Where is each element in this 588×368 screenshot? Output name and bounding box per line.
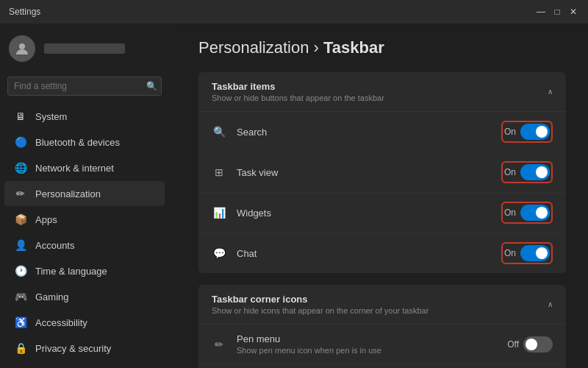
section-subtitle-taskbar-items: Show or hide buttons that appear on the … <box>212 93 384 102</box>
nav-label-accounts: Accounts <box>35 240 74 251</box>
search-box[interactable]: 🔍 <box>7 77 162 96</box>
setting-label-search: Search <box>237 127 501 138</box>
toggle-state-widgets: On <box>504 208 516 218</box>
setting-row-search: 🔍 Search On <box>198 112 566 152</box>
minimize-button[interactable]: — <box>535 6 547 18</box>
nav-label-accessibility: Accessibility <box>35 317 87 328</box>
section-title-taskbar-corner-icons: Taskbar corner icons <box>212 294 429 305</box>
breadcrumb-child: Taskbar <box>323 38 384 57</box>
nav-label-network: Network & internet <box>35 163 114 174</box>
sidebar-item-personalization[interactable]: ✏ Personalization <box>4 181 165 206</box>
toggle-wrap-chat: On <box>501 242 553 264</box>
user-name-bar <box>44 43 125 54</box>
maximize-button[interactable]: □ <box>551 6 563 18</box>
setting-row-touch-keyboard: ⌨ Touch keyboard Always show touch keybo… <box>198 364 566 368</box>
nav-label-gaming: Gaming <box>35 291 69 302</box>
nav-icon-privacy: 🔒 <box>15 342 26 354</box>
setting-icon-chat: 💬 <box>212 246 226 261</box>
setting-label-pen-menu: Pen menu Show pen menu icon when pen is … <box>237 333 507 355</box>
search-input[interactable] <box>7 77 162 96</box>
toggle-chat[interactable] <box>520 245 550 261</box>
nav-icon-system: 🖥 <box>15 110 26 122</box>
setting-icon-pen-menu: ✏ <box>212 337 226 352</box>
sidebar-item-update[interactable]: 🔄 Windows Update <box>4 361 165 368</box>
sidebar-item-privacy[interactable]: 🔒 Privacy & security <box>4 336 165 361</box>
toggle-pen-menu[interactable] <box>523 336 553 353</box>
avatar <box>9 35 35 62</box>
nav-icon-time: 🕐 <box>15 265 26 277</box>
toggle-wrap-search: On <box>501 121 553 143</box>
sidebar-item-bluetooth[interactable]: 🔵 Bluetooth & devices <box>4 130 165 155</box>
breadcrumb-separator: › <box>309 38 323 57</box>
toggle-wrap-widgets: On <box>501 202 553 224</box>
section-taskbar-items: Taskbar items Show or hide buttons that … <box>198 72 566 273</box>
titlebar-controls: — □ ✕ <box>535 6 579 18</box>
toggle-wrap-pen-menu: Off <box>507 336 553 353</box>
titlebar: Settings — □ ✕ <box>0 0 588 24</box>
section-title-taskbar-items: Taskbar items <box>212 81 384 92</box>
nav-icon-accessibility: ♿ <box>15 316 26 328</box>
sidebar: 🔍 🖥 System 🔵 Bluetooth & devices 🌐 Netwo… <box>0 24 169 368</box>
setting-label-task-view: Task view <box>237 167 501 178</box>
section-header-taskbar-items[interactable]: Taskbar items Show or hide buttons that … <box>198 72 566 112</box>
chevron-icon-taskbar-items: ∧ <box>548 88 553 96</box>
toggle-state-task-view: On <box>504 167 516 177</box>
sidebar-item-time[interactable]: 🕐 Time & language <box>4 258 165 283</box>
svg-point-0 <box>19 43 25 49</box>
setting-row-task-view: ⊞ Task view On <box>198 152 566 193</box>
sidebar-item-accessibility[interactable]: ♿ Accessibility <box>4 310 165 335</box>
setting-icon-widgets: 📊 <box>212 205 226 220</box>
search-icon: 🔍 <box>146 81 157 91</box>
setting-row-pen-menu: ✏ Pen menu Show pen menu icon when pen i… <box>198 325 566 364</box>
toggle-state-chat: On <box>504 248 516 258</box>
setting-label-chat: Chat <box>237 248 501 259</box>
toggle-state-search: On <box>504 127 516 137</box>
toggle-task-view[interactable] <box>520 164 550 180</box>
nav-icon-gaming: 🎮 <box>15 291 26 302</box>
nav-label-system: System <box>35 111 67 122</box>
nav-list: 🖥 System 🔵 Bluetooth & devices 🌐 Network… <box>0 103 169 368</box>
setting-label-widgets: Widgets <box>237 208 501 219</box>
chevron-icon-taskbar-corner-icons: ∧ <box>548 300 553 308</box>
nav-icon-personalization: ✏ <box>15 188 26 199</box>
section-header-taskbar-corner-icons[interactable]: Taskbar corner icons Show or hide icons … <box>198 285 566 325</box>
nav-icon-network: 🌐 <box>15 162 26 174</box>
nav-label-personalization: Personalization <box>35 188 101 199</box>
breadcrumb: Personalization › Taskbar <box>198 38 566 57</box>
toggle-state-pen-menu: Off <box>507 339 519 350</box>
nav-icon-apps: 📦 <box>15 213 26 225</box>
breadcrumb-parent: Personalization <box>198 38 309 57</box>
sidebar-item-gaming[interactable]: 🎮 Gaming <box>4 284 165 309</box>
nav-label-privacy: Privacy & security <box>35 343 111 354</box>
setting-row-widgets: 📊 Widgets On <box>198 193 566 233</box>
close-button[interactable]: ✕ <box>567 6 579 18</box>
app-container: 🔍 🖥 System 🔵 Bluetooth & devices 🌐 Netwo… <box>0 24 588 368</box>
setting-sublabel-pen-menu: Show pen menu icon when pen is in use <box>237 346 507 355</box>
page-header: Personalization › Taskbar <box>198 38 566 57</box>
toggle-widgets[interactable] <box>520 205 550 221</box>
setting-row-chat: 💬 Chat On <box>198 233 566 273</box>
sidebar-item-network[interactable]: 🌐 Network & internet <box>4 155 165 180</box>
sidebar-item-system[interactable]: 🖥 System <box>4 104 165 129</box>
nav-icon-accounts: 👤 <box>15 239 26 251</box>
section-subtitle-taskbar-corner-icons: Show or hide icons that appear on the co… <box>212 306 429 315</box>
main-content: Personalization › Taskbar Taskbar items … <box>169 24 588 368</box>
sidebar-item-apps[interactable]: 📦 Apps <box>4 207 165 232</box>
section-taskbar-corner-icons: Taskbar corner icons Show or hide icons … <box>198 285 566 368</box>
toggle-wrap-task-view: On <box>501 161 553 183</box>
nav-label-apps: Apps <box>35 214 57 225</box>
sections-container: Taskbar items Show or hide buttons that … <box>198 72 566 368</box>
user-profile[interactable] <box>0 24 169 74</box>
sidebar-item-accounts[interactable]: 👤 Accounts <box>4 233 165 258</box>
setting-icon-search: 🔍 <box>212 124 226 139</box>
toggle-search[interactable] <box>520 124 550 140</box>
setting-icon-task-view: ⊞ <box>212 165 226 180</box>
nav-label-time: Time & language <box>35 266 107 277</box>
nav-label-bluetooth: Bluetooth & devices <box>35 137 120 148</box>
titlebar-title: Settings <box>9 7 40 17</box>
nav-icon-bluetooth: 🔵 <box>15 136 26 148</box>
